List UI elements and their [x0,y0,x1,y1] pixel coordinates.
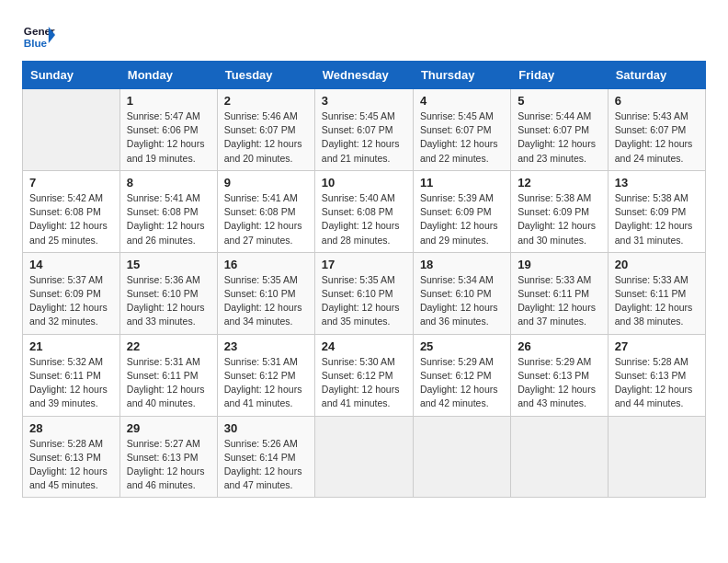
calendar-cell: 10Sunrise: 5:40 AMSunset: 6:08 PMDayligh… [314,170,413,252]
calendar-cell: 11Sunrise: 5:39 AMSunset: 6:09 PMDayligh… [413,170,510,252]
calendar-cell: 3Sunrise: 5:45 AMSunset: 6:07 PMDaylight… [314,89,413,171]
day-number: 23 [224,339,308,353]
day-number: 13 [615,176,699,190]
calendar-week-row: 14Sunrise: 5:37 AMSunset: 6:09 PMDayligh… [23,252,706,334]
logo: General Blue [22,18,55,52]
day-number: 4 [420,94,504,108]
calendar-cell: 13Sunrise: 5:38 AMSunset: 6:09 PMDayligh… [608,170,705,252]
day-number: 24 [322,339,406,353]
day-detail: Sunrise: 5:46 AMSunset: 6:07 PMDaylight:… [224,109,308,166]
calendar-cell: 2Sunrise: 5:46 AMSunset: 6:07 PMDaylight… [217,89,314,171]
weekday-header-cell: Friday [511,62,608,89]
calendar-cell [413,416,510,498]
calendar-week-row: 7Sunrise: 5:42 AMSunset: 6:08 PMDaylight… [23,170,706,252]
day-detail: Sunrise: 5:41 AMSunset: 6:08 PMDaylight:… [127,191,210,247]
calendar-body: 1Sunrise: 5:47 AMSunset: 6:06 PMDaylight… [23,89,706,498]
day-number: 10 [322,176,406,190]
calendar-cell: 15Sunrise: 5:36 AMSunset: 6:10 PMDayligh… [119,252,217,334]
calendar-cell: 5Sunrise: 5:44 AMSunset: 6:07 PMDaylight… [511,89,608,171]
day-number: 18 [420,258,504,271]
calendar-cell [314,416,413,498]
day-number: 12 [518,176,600,190]
day-number: 20 [615,258,699,271]
calendar-cell: 30Sunrise: 5:26 AMSunset: 6:14 PMDayligh… [217,416,314,498]
calendar-cell: 20Sunrise: 5:33 AMSunset: 6:11 PMDayligh… [608,252,705,334]
day-detail: Sunrise: 5:28 AMSunset: 6:13 PMDaylight:… [29,437,113,493]
weekday-header-cell: Tuesday [217,62,314,89]
day-detail: Sunrise: 5:27 AMSunset: 6:13 PMDaylight:… [127,437,210,493]
calendar-cell [23,89,120,171]
day-detail: Sunrise: 5:35 AMSunset: 6:10 PMDaylight:… [322,273,406,329]
day-detail: Sunrise: 5:33 AMSunset: 6:11 PMDaylight:… [518,273,600,329]
day-detail: Sunrise: 5:45 AMSunset: 6:07 PMDaylight:… [420,109,504,166]
calendar-cell: 12Sunrise: 5:38 AMSunset: 6:09 PMDayligh… [511,170,608,252]
logo-icon: General Blue [22,18,55,52]
calendar-week-row: 21Sunrise: 5:32 AMSunset: 6:11 PMDayligh… [23,334,706,416]
day-detail: Sunrise: 5:44 AMSunset: 6:07 PMDaylight:… [518,109,600,166]
weekday-header-cell: Sunday [23,62,120,89]
weekday-header-row: SundayMondayTuesdayWednesdayThursdayFrid… [23,62,706,89]
day-number: 16 [224,258,308,271]
calendar-cell: 18Sunrise: 5:34 AMSunset: 6:10 PMDayligh… [413,252,510,334]
day-number: 28 [29,421,113,435]
calendar-cell: 6Sunrise: 5:43 AMSunset: 6:07 PMDaylight… [608,89,705,171]
calendar-cell: 28Sunrise: 5:28 AMSunset: 6:13 PMDayligh… [23,416,120,498]
day-detail: Sunrise: 5:45 AMSunset: 6:07 PMDaylight:… [322,109,406,166]
day-number: 11 [420,176,504,190]
day-detail: Sunrise: 5:31 AMSunset: 6:12 PMDaylight:… [224,355,308,411]
calendar-cell: 29Sunrise: 5:27 AMSunset: 6:13 PMDayligh… [119,416,217,498]
calendar-cell: 1Sunrise: 5:47 AMSunset: 6:06 PMDaylight… [119,89,217,171]
day-detail: Sunrise: 5:42 AMSunset: 6:08 PMDaylight:… [29,191,113,247]
calendar-cell: 22Sunrise: 5:31 AMSunset: 6:11 PMDayligh… [119,334,217,416]
calendar-cell: 14Sunrise: 5:37 AMSunset: 6:09 PMDayligh… [23,252,120,334]
day-detail: Sunrise: 5:29 AMSunset: 6:12 PMDaylight:… [420,355,504,411]
day-number: 26 [518,339,600,353]
calendar-cell [608,416,705,498]
day-number: 8 [127,176,210,190]
calendar-cell [511,416,608,498]
calendar-cell: 9Sunrise: 5:41 AMSunset: 6:08 PMDaylight… [217,170,314,252]
day-detail: Sunrise: 5:41 AMSunset: 6:08 PMDaylight:… [224,191,308,247]
day-number: 6 [615,94,699,108]
day-detail: Sunrise: 5:40 AMSunset: 6:08 PMDaylight:… [322,191,406,247]
day-detail: Sunrise: 5:38 AMSunset: 6:09 PMDaylight:… [518,191,600,247]
day-detail: Sunrise: 5:43 AMSunset: 6:07 PMDaylight:… [615,109,699,166]
day-detail: Sunrise: 5:34 AMSunset: 6:10 PMDaylight:… [420,273,504,329]
weekday-header-cell: Wednesday [314,62,413,89]
day-number: 27 [615,339,699,353]
calendar-cell: 24Sunrise: 5:30 AMSunset: 6:12 PMDayligh… [314,334,413,416]
day-detail: Sunrise: 5:39 AMSunset: 6:09 PMDaylight:… [420,191,504,247]
day-detail: Sunrise: 5:29 AMSunset: 6:13 PMDaylight:… [518,355,600,411]
svg-text:Blue: Blue [24,37,48,49]
day-detail: Sunrise: 5:38 AMSunset: 6:09 PMDaylight:… [615,191,699,247]
calendar-cell: 17Sunrise: 5:35 AMSunset: 6:10 PMDayligh… [314,252,413,334]
weekday-header-cell: Monday [119,62,217,89]
day-number: 3 [322,94,406,108]
day-number: 9 [224,176,308,190]
calendar-cell: 19Sunrise: 5:33 AMSunset: 6:11 PMDayligh… [511,252,608,334]
day-number: 25 [420,339,504,353]
day-number: 14 [29,258,113,271]
calendar-cell: 4Sunrise: 5:45 AMSunset: 6:07 PMDaylight… [413,89,510,171]
calendar-cell: 16Sunrise: 5:35 AMSunset: 6:10 PMDayligh… [217,252,314,334]
calendar-week-row: 1Sunrise: 5:47 AMSunset: 6:06 PMDaylight… [23,89,706,171]
calendar-cell: 7Sunrise: 5:42 AMSunset: 6:08 PMDaylight… [23,170,120,252]
day-number: 29 [127,421,210,435]
day-detail: Sunrise: 5:31 AMSunset: 6:11 PMDaylight:… [127,355,210,411]
page-header: General Blue [22,18,706,52]
weekday-header-cell: Saturday [608,62,705,89]
day-number: 30 [224,421,308,435]
day-number: 22 [127,339,210,353]
day-detail: Sunrise: 5:30 AMSunset: 6:12 PMDaylight:… [322,355,406,411]
day-number: 1 [127,94,210,108]
day-detail: Sunrise: 5:47 AMSunset: 6:06 PMDaylight:… [127,109,210,166]
day-detail: Sunrise: 5:37 AMSunset: 6:09 PMDaylight:… [29,273,113,329]
day-number: 5 [518,94,600,108]
calendar-cell: 23Sunrise: 5:31 AMSunset: 6:12 PMDayligh… [217,334,314,416]
day-number: 19 [518,258,600,271]
day-detail: Sunrise: 5:36 AMSunset: 6:10 PMDaylight:… [127,273,210,329]
day-detail: Sunrise: 5:33 AMSunset: 6:11 PMDaylight:… [615,273,699,329]
day-number: 7 [29,176,113,190]
calendar-cell: 21Sunrise: 5:32 AMSunset: 6:11 PMDayligh… [23,334,120,416]
calendar-cell: 25Sunrise: 5:29 AMSunset: 6:12 PMDayligh… [413,334,510,416]
